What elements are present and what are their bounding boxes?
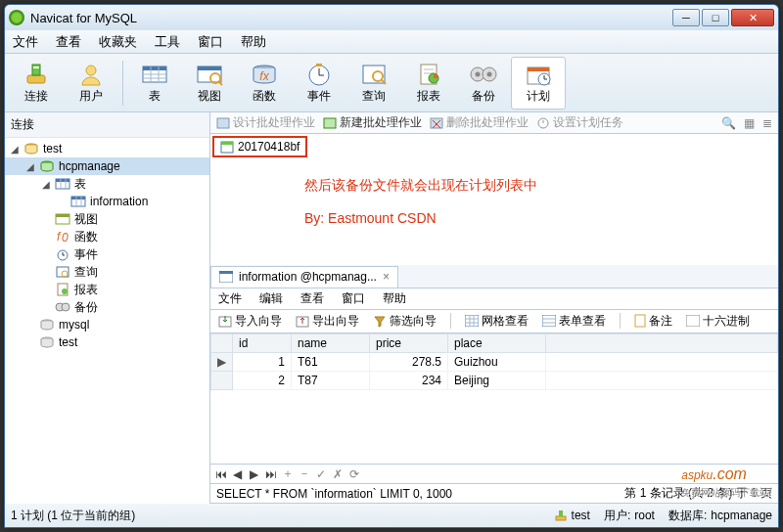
status-user: 用户: root: [604, 508, 655, 524]
menu-file[interactable]: 文件: [13, 33, 38, 51]
table-row[interactable]: ▶1T61278.5Guizhou: [211, 352, 778, 371]
subtb-set-schedule: 设置计划任务: [536, 114, 623, 131]
tm-edit[interactable]: 编辑: [259, 290, 283, 307]
nav-last[interactable]: ⏭: [264, 467, 277, 481]
app-icon: [9, 10, 24, 25]
record-nav: ⏮ ◀ ▶ ⏭ ＋ － ✓ ✗ ⟳: [210, 465, 778, 484]
nav-cancel[interactable]: ✗: [331, 467, 344, 481]
tm-window[interactable]: 窗口: [342, 290, 365, 307]
svg-rect-2: [33, 66, 39, 68]
tb-query[interactable]: 查询: [346, 57, 401, 110]
tm-file[interactable]: 文件: [218, 290, 242, 307]
btn-export-wizard[interactable]: 导出向导: [296, 313, 359, 330]
svg-rect-86: [559, 510, 563, 516]
tree-node[interactable]: 查询: [5, 263, 209, 281]
tree-node[interactable]: information: [5, 193, 209, 210]
table-toolbar: 导入向导 导出向导 筛选向导 网格查看 表单查看 备注 十六进制: [210, 310, 778, 333]
status-plan: 1 计划 (1 位于当前的组): [11, 508, 135, 524]
svg-rect-75: [465, 315, 479, 327]
col-place[interactable]: place: [448, 333, 546, 352]
annotation-author: By: Eastmount CSDN: [304, 210, 437, 226]
svg-point-3: [86, 66, 96, 75]
menu-view[interactable]: 查看: [56, 33, 81, 51]
list-view-icon[interactable]: ≣: [762, 116, 772, 130]
svg-rect-84: [686, 315, 700, 327]
menu-help[interactable]: 帮助: [241, 33, 266, 51]
tree-node[interactable]: ◢test: [5, 140, 209, 157]
tree-node[interactable]: 备份: [5, 298, 209, 316]
svg-rect-0: [27, 75, 45, 83]
tree-node[interactable]: ◢hcpmanage: [5, 157, 209, 175]
nav-next[interactable]: ▶: [248, 467, 260, 481]
tm-help[interactable]: 帮助: [383, 290, 406, 307]
titlebar[interactable]: Navicat for MySQL ─ □ ✕: [5, 5, 778, 30]
tree-node[interactable]: 视图: [5, 210, 209, 228]
table-row[interactable]: 2T87234Beijing: [211, 371, 778, 389]
nav-first[interactable]: ⏮: [214, 467, 227, 481]
svg-rect-62: [217, 118, 229, 128]
nav-commit[interactable]: ✓: [314, 467, 327, 481]
tree-node[interactable]: 报表: [5, 281, 209, 298]
svg-text:fx: fx: [259, 69, 269, 83]
svg-rect-19: [316, 64, 322, 66]
nav-add[interactable]: ＋: [281, 466, 294, 482]
btn-filter-wizard[interactable]: 筛选向导: [373, 313, 437, 330]
tree-node[interactable]: 事件: [5, 245, 209, 263]
search-icon[interactable]: 🔍: [721, 116, 736, 130]
svg-rect-43: [71, 197, 85, 200]
tb-schedule[interactable]: 计划: [511, 57, 566, 110]
svg-rect-11: [198, 66, 221, 70]
main-window: Navicat for MySQL ─ □ ✕ 文件 查看 收藏夹 工具 窗口 …: [4, 4, 779, 528]
tm-view[interactable]: 查看: [300, 290, 324, 307]
grid-view-icon[interactable]: ▦: [744, 116, 755, 130]
btn-grid-view[interactable]: 网格查看: [465, 313, 529, 330]
tree-node[interactable]: test: [5, 333, 209, 351]
menu-window[interactable]: 窗口: [198, 33, 223, 51]
close-button[interactable]: ✕: [731, 9, 774, 26]
col-price[interactable]: price: [370, 333, 448, 352]
tb-function[interactable]: fx函数: [237, 57, 292, 110]
tb-user[interactable]: 用户: [64, 57, 118, 110]
btn-import-wizard[interactable]: 导入向导: [218, 313, 282, 330]
sidebar: 连接 ◢test◢hcpmanage◢表information视图f0函数事件查…: [5, 112, 210, 504]
btn-memo[interactable]: 备注: [634, 313, 672, 330]
menu-tools[interactable]: 工具: [155, 33, 180, 51]
svg-rect-85: [556, 516, 566, 520]
tab-information[interactable]: information @hcpmanag... ×: [210, 266, 398, 288]
tb-table[interactable]: 表: [127, 57, 182, 110]
tb-view[interactable]: 视图: [182, 57, 237, 110]
col-id[interactable]: id: [233, 333, 292, 352]
nav-prev[interactable]: ◀: [231, 467, 244, 481]
tab-close-icon[interactable]: ×: [383, 270, 390, 284]
col-name[interactable]: name: [292, 333, 370, 352]
svg-rect-1: [32, 65, 40, 75]
main-area: 设计批处理作业 新建批处理作业 删除批处理作业 设置计划任务 🔍 ▦ ≣ 201…: [210, 112, 778, 504]
nav-del[interactable]: －: [298, 466, 310, 482]
svg-point-30: [487, 72, 492, 77]
svg-rect-64: [431, 118, 442, 128]
menu-fav[interactable]: 收藏夹: [99, 33, 137, 51]
tb-event[interactable]: 事件: [292, 57, 346, 110]
maximize-button[interactable]: □: [702, 9, 729, 26]
tree-node[interactable]: f0函数: [5, 228, 209, 245]
subtb-new-batch[interactable]: 新建批处理作业: [323, 114, 422, 131]
window-title: Navicat for MySQL: [30, 11, 672, 25]
schedule-item[interactable]: 20170418bf: [212, 136, 307, 157]
tb-report[interactable]: 报表: [401, 57, 456, 110]
tree-node[interactable]: ◢表: [5, 175, 209, 193]
status-db: 数据库: hcpmanage: [668, 508, 772, 524]
nav-refresh[interactable]: ⟳: [347, 467, 360, 481]
connection-tree[interactable]: ◢test◢hcpmanage◢表information视图f0函数事件查询报表…: [5, 138, 209, 504]
svg-rect-72: [219, 271, 233, 274]
btn-hex[interactable]: 十六进制: [686, 313, 750, 330]
minimize-button[interactable]: ─: [672, 9, 700, 26]
svg-rect-47: [56, 214, 69, 217]
btn-form-view[interactable]: 表单查看: [542, 313, 606, 330]
schedule-item-label: 20170418bf: [238, 140, 299, 154]
tb-backup[interactable]: 备份: [456, 57, 511, 110]
window-buttons: ─ □ ✕: [672, 9, 774, 26]
tb-connect[interactable]: 连接: [9, 57, 64, 110]
data-grid[interactable]: id name price place ▶1T61278.5Guizhou2T8…: [210, 333, 778, 466]
schedule-list-canvas[interactable]: 20170418bf 然后该备份文件就会出现在计划列表中 By: Eastmou…: [210, 134, 778, 265]
tree-node[interactable]: mysql: [5, 316, 209, 333]
